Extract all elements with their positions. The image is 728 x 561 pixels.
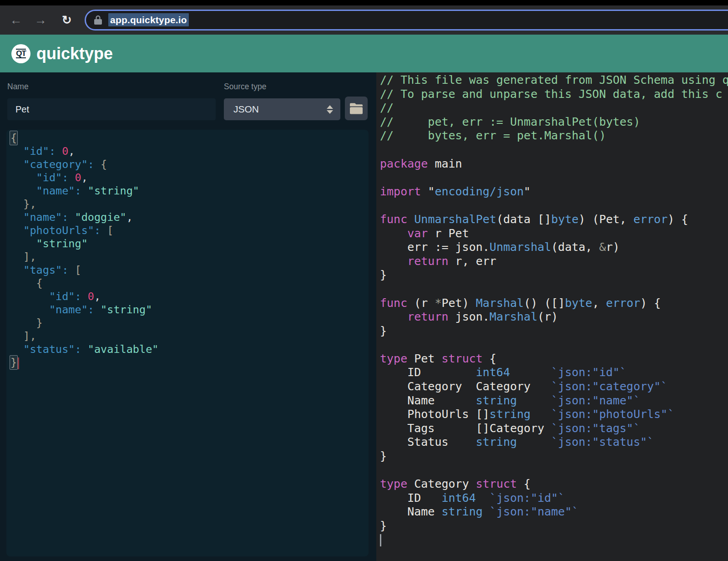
code-line: "status": "available" — [10, 343, 369, 356]
output-panel: // This file was generated from JSON Sch… — [376, 72, 728, 561]
reload-button[interactable]: ↻ — [59, 12, 75, 28]
code-line: } — [10, 316, 369, 330]
code-line: "photoUrls": [ — [10, 224, 369, 237]
code-line: } — [380, 324, 728, 338]
quicktype-header: QT quicktype — [0, 35, 728, 72]
code-line: "id": 0, — [10, 145, 369, 158]
code-line: type Category struct { — [380, 477, 728, 491]
code-line — [380, 464, 728, 478]
browser-toolbar: ← → ↻ app.quicktype.io — [0, 5, 728, 35]
code-line: } — [10, 356, 369, 369]
folder-icon — [349, 103, 363, 114]
select-arrows-icon — [327, 105, 333, 114]
json-source-editor[interactable]: { "id": 0, "category": { "id": 0, "name"… — [6, 130, 369, 556]
source-type-select[interactable]: JSON — [224, 98, 340, 120]
code-line: } — [380, 519, 728, 533]
back-button[interactable]: ← — [8, 12, 24, 28]
text-cursor — [18, 357, 19, 369]
code-line — [380, 338, 728, 352]
code-line: "category": { — [10, 158, 369, 171]
code-line: "name": "doggie", — [10, 211, 369, 224]
input-panel: Name Source type JSON { "id": 0, "catego… — [0, 72, 376, 561]
code-line: }, — [10, 198, 369, 211]
address-bar[interactable]: app.quicktype.io — [85, 10, 728, 31]
reload-icon: ↻ — [62, 13, 72, 27]
code-line: ], — [10, 330, 369, 343]
source-type-value: JSON — [233, 104, 327, 115]
code-line: Name string `json:"name"` — [380, 394, 728, 408]
open-file-button[interactable] — [345, 97, 368, 120]
url-selection: app.quicktype.io — [108, 13, 189, 26]
window-top-strip — [0, 0, 728, 5]
name-label: Name — [7, 82, 29, 92]
code-line: func UnmarshalPet(data []byte) (Pet, err… — [380, 213, 728, 227]
brand-title: quicktype — [36, 44, 113, 63]
forward-arrow-icon: → — [35, 13, 47, 27]
forward-button[interactable]: → — [33, 12, 48, 28]
code-line: "id": 0, — [10, 171, 369, 184]
code-line: // To parse and unparse this JSON data, … — [380, 87, 728, 102]
code-line — [380, 533, 728, 547]
code-line: "tags": [ — [10, 264, 369, 277]
code-line — [380, 171, 728, 185]
url-text: app.quicktype.io — [108, 15, 189, 26]
code-line — [380, 282, 728, 296]
source-type-label: Source type — [224, 82, 266, 92]
code-line: // pet, err := UnmarshalPet(bytes) — [380, 115, 728, 129]
main-content: Name Source type JSON { "id": 0, "catego… — [0, 72, 728, 561]
name-input[interactable] — [7, 98, 216, 120]
code-line — [380, 199, 728, 213]
code-line: err := json.Unmarshal(data, &r) — [380, 240, 728, 255]
code-line — [380, 143, 728, 157]
code-line: } — [380, 449, 728, 464]
code-line: { — [10, 132, 369, 145]
json-source-code: { "id": 0, "category": { "id": 0, "name"… — [6, 130, 369, 369]
code-line: "name": "string" — [10, 184, 369, 198]
code-line: Name string `json:"name"` — [380, 505, 728, 519]
code-line: package main — [380, 157, 728, 171]
code-line: type Pet struct { — [380, 352, 728, 366]
code-line: Tags []Category `json:"tags"` — [380, 422, 728, 436]
code-line: return json.Marshal(r) — [380, 310, 728, 324]
code-line: var r Pet — [380, 227, 728, 241]
quicktype-logo-icon: QT — [11, 44, 30, 63]
code-line: ID int64 `json:"id"` — [380, 366, 728, 380]
code-line: "string" — [10, 237, 369, 250]
code-line: func (r *Pet) Marshal() ([]byte, error) … — [380, 296, 728, 311]
code-line: // — [380, 101, 728, 115]
source-form: Name Source type JSON — [0, 72, 376, 130]
code-line: // bytes, err = pet.Marshal() — [380, 129, 728, 143]
lock-icon — [94, 15, 102, 25]
code-line: Category Category `json:"category"` — [380, 380, 728, 394]
code-line: Status string `json:"status"` — [380, 435, 728, 449]
code-line: ID int64 `json:"id"` — [380, 491, 728, 505]
go-code-output[interactable]: // This file was generated from JSON Sch… — [376, 72, 728, 547]
code-line: // This file was generated from JSON Sch… — [380, 73, 728, 87]
code-line: ], — [10, 250, 369, 264]
code-line: "id": 0, — [10, 290, 369, 303]
code-line: { — [10, 277, 369, 290]
back-arrow-icon: ← — [10, 13, 22, 27]
code-line: import "encoding/json" — [380, 185, 728, 199]
code-line: PhotoUrls []string `json:"photoUrls"` — [380, 408, 728, 422]
text-cursor — [380, 534, 381, 546]
code-line: "name": "string" — [10, 303, 369, 316]
code-line: } — [380, 268, 728, 282]
code-line: return r, err — [380, 255, 728, 269]
